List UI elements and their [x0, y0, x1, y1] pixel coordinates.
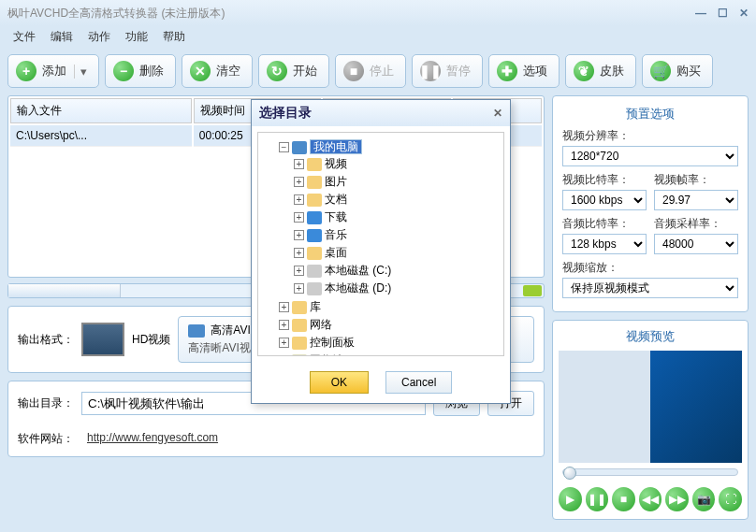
expand-icon[interactable]: + [294, 194, 304, 205]
collapse-icon[interactable]: − [279, 142, 289, 152]
label-site: 软件网站： [18, 431, 74, 447]
audio-bitrate-select[interactable]: 128 kbps [562, 234, 647, 254]
tree-item[interactable]: 本地磁盘 (D:) [325, 281, 391, 295]
expand-icon[interactable]: + [294, 248, 304, 258]
clear-button[interactable]: ✕清空 [182, 54, 253, 88]
folder-icon [307, 194, 322, 207]
menubar: 文件 编辑 动作 功能 帮助 [0, 26, 756, 47]
tree-item[interactable]: 回收站 [310, 353, 343, 356]
tree-item[interactable]: 本地磁盘 (C:) [325, 264, 391, 277]
menu-file[interactable]: 文件 [7, 26, 41, 47]
tree-my-computer[interactable]: 我的电脑 [310, 139, 362, 154]
toolbar: +添加▾ −删除 ✕清空 ↻开始 ■停止 ❚❚暂停 ✚选项 ❦皮肤 🛒购买 [0, 47, 756, 95]
label-output-format: 输出格式： [18, 332, 74, 348]
fps-select[interactable]: 29.97 [654, 190, 738, 210]
minus-icon: − [113, 61, 134, 81]
dropdown-icon[interactable]: ▾ [74, 65, 87, 79]
skin-button[interactable]: ❦皮肤 [565, 54, 636, 88]
prev-button[interactable]: ◀◀ [639, 487, 662, 511]
seek-slider[interactable] [562, 468, 738, 476]
download-icon [307, 211, 322, 224]
titlebar: 枫叶AVCHD全高清格式转换器 (未注册版本) — ☐ ✕ [0, 0, 756, 26]
tree-item[interactable]: 图片 [325, 175, 347, 188]
edit-icon[interactable] [523, 285, 542, 296]
stop-preview-button[interactable]: ■ [612, 487, 635, 511]
start-button[interactable]: ↻开始 [258, 54, 329, 88]
expand-icon[interactable]: + [294, 230, 304, 240]
library-icon [292, 301, 307, 314]
expand-icon[interactable]: + [294, 159, 304, 169]
expand-icon[interactable]: + [294, 212, 304, 223]
scale-select[interactable]: 保持原视频模式 [562, 278, 738, 298]
format-name: HD视频 [132, 332, 170, 348]
options-button[interactable]: ✚选项 [488, 54, 560, 88]
refresh-icon: ↻ [267, 61, 287, 81]
control-panel-icon [292, 337, 307, 350]
stop-button[interactable]: ■停止 [335, 54, 406, 88]
pause-icon: ❚❚ [420, 61, 441, 81]
recycle-bin-icon [292, 354, 307, 356]
menu-edit[interactable]: 编辑 [45, 26, 79, 47]
delete-button[interactable]: −删除 [105, 54, 176, 88]
music-icon [307, 229, 322, 242]
fullscreen-button[interactable]: ⛶ [719, 487, 742, 511]
snapshot-button[interactable]: 📷 [692, 487, 716, 511]
video-bitrate-select[interactable]: 1600 kbps [562, 190, 647, 210]
minimize-button[interactable]: — [695, 7, 706, 20]
maximize-button[interactable]: ☐ [718, 7, 728, 20]
computer-icon [292, 141, 307, 154]
x-icon: ✕ [190, 61, 211, 81]
tree-item[interactable]: 控制面板 [310, 336, 355, 349]
stop-icon: ■ [343, 61, 364, 81]
tree-item[interactable]: 视频 [325, 157, 347, 170]
drive-icon [307, 265, 322, 278]
play-button[interactable]: ▶ [559, 487, 582, 511]
expand-icon[interactable]: + [294, 177, 304, 187]
pause-button[interactable]: ❚❚暂停 [412, 54, 483, 88]
folder-tree[interactable]: −我的电脑 +视频 +图片 +文档 +下载 +音乐 +桌面 +本地磁盘 (C:)… [257, 132, 504, 356]
desktop-icon [307, 247, 322, 260]
dialog-title: 选择目录 [259, 105, 312, 122]
expand-icon[interactable]: + [279, 302, 289, 312]
apple-icon: ❦ [574, 61, 594, 81]
tree-item[interactable]: 桌面 [325, 246, 347, 259]
film-icon [188, 324, 205, 338]
folder-icon [307, 158, 322, 171]
preset-panel: 预置选项 视频分辨率：1280*720 视频比特率：1600 kbps 视频帧率… [552, 95, 749, 312]
add-button[interactable]: +添加▾ [7, 54, 99, 88]
dialog-ok-button[interactable]: OK [310, 371, 369, 394]
app-title: 枫叶AVCHD全高清格式转换器 (未注册版本) [7, 6, 225, 22]
tools-icon: ✚ [497, 61, 517, 81]
format-thumbnail-icon [81, 323, 124, 356]
buy-button[interactable]: 🛒购买 [642, 54, 713, 88]
col-input[interactable]: 输入文件 [10, 98, 192, 123]
menu-action[interactable]: 动作 [82, 26, 116, 47]
tree-item[interactable]: 下载 [325, 210, 347, 223]
tree-item[interactable]: 网络 [310, 318, 332, 331]
folder-dialog: 选择目录✕ −我的电脑 +视频 +图片 +文档 +下载 +音乐 +桌面 +本地磁… [251, 99, 511, 404]
folder-icon [307, 176, 322, 189]
tree-item[interactable]: 库 [310, 300, 321, 313]
resolution-select[interactable]: 1280*720 [562, 146, 738, 166]
dialog-close-icon[interactable]: ✕ [493, 107, 502, 120]
site-link[interactable]: http://www.fengyesoft.com [87, 431, 218, 447]
preview-panel: 视频预览 ▶ ❚❚ ■ ◀◀ ▶▶ 📷 ⛶ [552, 320, 749, 520]
tree-item[interactable]: 音乐 [325, 228, 347, 241]
expand-icon[interactable]: + [294, 266, 304, 276]
menu-help[interactable]: 帮助 [157, 26, 191, 47]
next-button[interactable]: ▶▶ [665, 487, 689, 511]
dialog-cancel-button[interactable]: Cancel [385, 371, 452, 394]
tree-item[interactable]: 文档 [325, 193, 347, 206]
audio-samplerate-select[interactable]: 48000 [654, 234, 738, 254]
preview-title: 视频预览 [559, 326, 742, 351]
drive-icon [307, 282, 322, 295]
label-output-dir: 输出目录： [18, 395, 74, 411]
expand-icon[interactable]: + [279, 338, 289, 348]
pause-preview-button[interactable]: ❚❚ [586, 487, 609, 511]
preset-title: 预置选项 [562, 104, 738, 128]
expand-icon[interactable]: + [294, 283, 304, 294]
close-button[interactable]: ✕ [739, 7, 749, 20]
menu-function[interactable]: 功能 [120, 26, 153, 47]
plus-icon: + [16, 61, 36, 81]
expand-icon[interactable]: + [279, 320, 289, 330]
